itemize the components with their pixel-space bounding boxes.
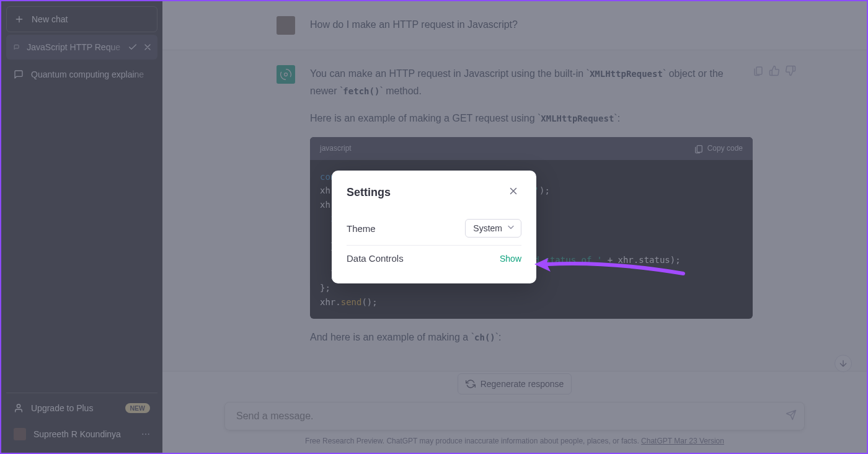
- modal-title: Settings: [347, 186, 391, 199]
- theme-select[interactable]: System: [465, 219, 521, 238]
- chevron-down-icon: [506, 223, 516, 234]
- modal-overlay[interactable]: Settings Theme System Data Controls: [1, 1, 867, 453]
- app-window: New chat JavaScript HTTP Reque Quantum c…: [0, 0, 868, 454]
- theme-label: Theme: [347, 223, 376, 234]
- close-icon: [508, 185, 519, 197]
- data-controls-label: Data Controls: [347, 253, 404, 264]
- data-controls-show-button[interactable]: Show: [500, 254, 521, 264]
- setting-row-data-controls: Data Controls Show: [347, 245, 521, 271]
- settings-modal: Settings Theme System Data Controls: [332, 171, 536, 283]
- close-button[interactable]: [505, 183, 521, 202]
- theme-value: System: [473, 223, 502, 233]
- setting-row-theme: Theme System: [347, 211, 521, 245]
